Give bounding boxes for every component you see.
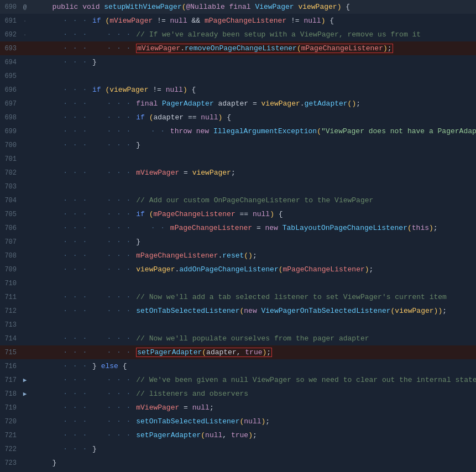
line-content: · · · · · · mPageChangeListener.reset(); (41, 251, 476, 260)
line-number: 709 (0, 266, 21, 274)
line-number: 693 (0, 45, 21, 53)
line-content: · · · · · · // Now we'll add a tab selec… (41, 293, 476, 301)
table-row: 715 · · · · · · setPagerAdapter(adapter,… (0, 345, 476, 359)
line-number: 712 (0, 307, 21, 315)
line-gutter: 718▶ (0, 390, 41, 398)
line-content: · · · · · · setOnTabSelectedListener(new… (41, 307, 476, 315)
line-gutter: 699 (0, 128, 41, 135)
line-gutter: 700 (0, 141, 41, 149)
line-number: 716 (0, 363, 21, 370)
line-content: · · · · · · // We've been given a null V… (41, 376, 476, 384)
table-row: 723 } (0, 456, 476, 470)
line-gutter: 690@ (0, 3, 41, 11)
line-gutter: 722 (0, 445, 41, 453)
line-content: · · · } (41, 445, 476, 453)
line-number: 715 (0, 349, 21, 356)
table-row: 718▶ · · · · · · // listeners and observ… (0, 387, 476, 401)
line-content: · · · if (mViewPager != null && mPageCha… (41, 17, 476, 25)
table-row: 704 · · · · · · // Add our custom OnPage… (0, 193, 476, 207)
line-gutter: 709 (0, 266, 41, 274)
line-number: 717 (0, 376, 21, 384)
line-number: 710 (0, 280, 21, 287)
table-row: 716 · · · } else { (0, 359, 476, 373)
table-row: 706 · · · · · · · · mPageChangeListener … (0, 221, 476, 235)
line-gutter: 704 (0, 197, 41, 204)
table-row: 710 (0, 276, 476, 290)
table-row: 705 · · · · · · if (mPageChangeListener … (0, 207, 476, 221)
line-content: · · · · · · viewPager.addOnPageChangeLis… (41, 265, 476, 274)
line-content: · · · · · · mViewPager = null; (41, 403, 476, 412)
line-gutter: 720 (0, 418, 41, 426)
line-number: 704 (0, 197, 21, 204)
line-gutter: 695 (0, 72, 41, 80)
table-row: 713 (0, 318, 476, 332)
line-content: · · · · · · if (adapter == null) { (41, 113, 476, 122)
line-content: · · · · · · setPagerAdapter(adapter, tru… (41, 348, 476, 356)
line-gutter: 719 (0, 404, 41, 412)
line-gutter: 711 (0, 293, 41, 301)
line-gutter: 702 (0, 169, 41, 177)
line-icon: · (21, 18, 29, 24)
line-content: · · · } else { (41, 362, 476, 370)
line-number: 692 (0, 31, 21, 39)
line-content: · · · · · · // listeners and observers (41, 390, 476, 398)
table-row: 711 · · · · · · // Now we'll add a tab s… (0, 290, 476, 304)
line-gutter: 715 (0, 349, 41, 356)
line-content: · · · · · · // Add our custom OnPageChan… (41, 196, 476, 204)
line-content: · · · · · · // If we've already been set… (41, 30, 476, 39)
line-number: 691 (0, 17, 21, 25)
table-row: 695 (0, 69, 476, 83)
line-gutter: 694 (0, 59, 41, 66)
table-row: 694 · · · } (0, 55, 476, 69)
line-number: 707 (0, 238, 21, 246)
line-icon: · (21, 32, 29, 38)
line-gutter: 706 (0, 224, 41, 232)
table-row: 714 · · · · · · // Now we'll populate ou… (0, 332, 476, 345)
line-icon: ▶ (21, 376, 29, 384)
line-number: 690 (0, 3, 21, 11)
line-gutter: 696 (0, 86, 41, 94)
table-row: 698 · · · · · · if (adapter == null) { (0, 111, 476, 124)
line-content: · · · · · · } (41, 238, 476, 246)
table-row: 693 · · · · · · mViewPager.removeOnPageC… (0, 41, 476, 55)
line-number: 723 (0, 459, 21, 467)
line-number: 719 (0, 404, 21, 412)
line-gutter: 691· (0, 17, 41, 25)
line-gutter: 693 (0, 45, 41, 53)
line-content: · · · · · · if (mPageChangeListener == n… (41, 210, 476, 218)
table-row: 697 · · · · · · final PagerAdapter adapt… (0, 97, 476, 111)
line-content: · · · } (41, 58, 476, 66)
line-number: 722 (0, 445, 21, 453)
line-content: · · · if (viewPager != null) { (41, 86, 476, 94)
table-row: 703 (0, 180, 476, 193)
line-gutter: 705 (0, 211, 41, 218)
line-gutter: 708 (0, 252, 41, 260)
line-gutter: 698 (0, 114, 41, 122)
line-gutter: 697 (0, 100, 41, 108)
table-row: 717▶ · · · · · · // We've been given a n… (0, 373, 476, 387)
line-number: 720 (0, 418, 21, 426)
line-icon: @ (21, 4, 29, 11)
line-number: 699 (0, 128, 21, 135)
line-number: 695 (0, 72, 21, 80)
table-row: 699 · · · · · · · · throw new IllegalArg… (0, 124, 476, 138)
line-gutter: 713 (0, 321, 41, 329)
table-row: 721 · · · · · · setPagerAdapter(null, tr… (0, 428, 476, 442)
table-row: 708 · · · · · · mPageChangeListener.rese… (0, 249, 476, 263)
line-gutter: 701 (0, 155, 41, 163)
line-content: · · · · · · // Now we'll populate oursel… (41, 334, 476, 343)
table-row: 709 · · · · · · viewPager.addOnPageChang… (0, 263, 476, 276)
line-gutter: 714 (0, 335, 41, 343)
line-number: 713 (0, 321, 21, 329)
line-number: 698 (0, 114, 21, 122)
line-content: · · · · · · } (41, 141, 476, 149)
line-number: 714 (0, 335, 21, 343)
table-row: 701 (0, 152, 476, 166)
line-content: public void setupWithViewPager(@Nullable… (41, 3, 476, 11)
table-row: 692· · · · · · · // If we've already bee… (0, 28, 476, 41)
line-number: 702 (0, 169, 21, 177)
table-row: 712 · · · · · · setOnTabSelectedListener… (0, 304, 476, 318)
table-row: 691· · · · if (mViewPager != null && mPa… (0, 14, 476, 28)
line-gutter: 707 (0, 238, 41, 246)
line-number: 700 (0, 141, 21, 149)
